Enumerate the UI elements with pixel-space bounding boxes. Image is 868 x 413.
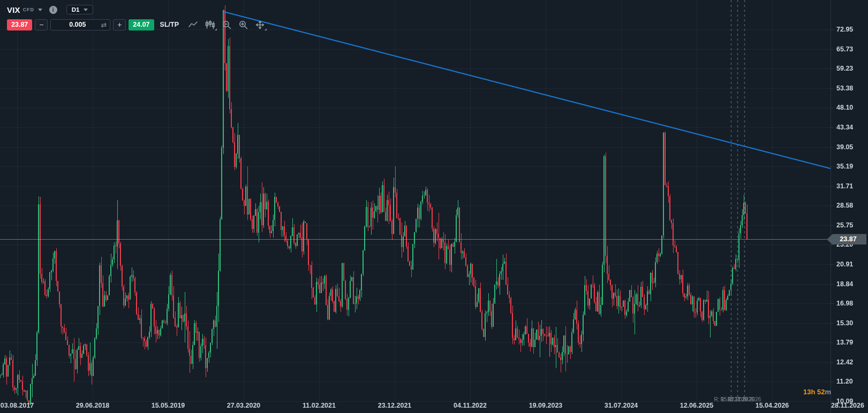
buy-price-button[interactable]: 24.07	[129, 19, 154, 30]
price-tick-label: 16.98	[836, 300, 853, 307]
trading-chart-window: 72.9565.7359.2353.3848.1043.3439.0535.19…	[0, 0, 868, 413]
quantity-field[interactable]: 0.005 ⇄	[50, 19, 110, 30]
current-price-value: 23.87	[840, 235, 856, 243]
price-tick-label: 25.75	[836, 221, 853, 229]
swap-units-icon[interactable]: ⇄	[101, 21, 107, 28]
instrument-row: VIX CFD i D1	[7, 4, 265, 15]
zoom-in-icon[interactable]	[238, 20, 248, 29]
timeframe-label: D1	[72, 6, 80, 13]
session-countdown: 13h 52m	[803, 388, 831, 396]
timeframe-selector[interactable]: D1	[66, 5, 94, 14]
price-tick-label: 18.84	[836, 280, 853, 288]
date-tick-label: 03.08.2017	[1, 402, 34, 409]
quantity-increase-button[interactable]: +	[113, 19, 126, 30]
countdown-text: m	[825, 388, 831, 396]
price-tick-label: 43.34	[836, 124, 853, 131]
date-tick-label: 29.06.2018	[76, 402, 110, 409]
price-tick-label: 13.79	[836, 339, 853, 346]
date-tick-label: 31.07.2024	[605, 402, 638, 409]
price-tick-label: 72.95	[836, 26, 853, 33]
current-price-tag: 23.87	[827, 234, 866, 244]
price-tick-label: 11.20	[836, 378, 853, 385]
sltp-button[interactable]: SL/TP	[160, 21, 179, 28]
price-tick-label: 12.42	[836, 358, 853, 366]
date-tick-label: 15.04.2026	[756, 402, 789, 409]
price-tick-label: 65.73	[836, 45, 853, 53]
pan-move-icon[interactable]	[255, 20, 265, 29]
countdown-text: 13h 52	[803, 388, 825, 396]
symbol-name[interactable]: VIX	[7, 5, 20, 14]
date-tick-label: 15.05.2019	[152, 402, 185, 409]
price-tick-label: 39.05	[836, 143, 853, 151]
date-tick-label: 12.06.2025	[680, 402, 714, 409]
zoom-out-icon[interactable]	[222, 20, 232, 29]
sell-price-button[interactable]: 23.87	[7, 19, 32, 30]
price-tick-label: 15.30	[836, 319, 853, 327]
info-icon[interactable]: i	[49, 6, 57, 14]
date-tick-label: 28.11.2026	[831, 402, 864, 409]
price-tick-label: 59.23	[836, 65, 853, 72]
timeframe-caret-icon	[84, 9, 88, 11]
price-tick-label: 20.91	[836, 261, 853, 268]
date-tick-label: 04.11.2022	[454, 402, 487, 409]
order-panel: 23.87 − 0.005 ⇄ + 24.07 SL/TP	[7, 19, 265, 30]
price-tick-label: 53.38	[836, 85, 853, 92]
date-tick-label: 27.03.2020	[227, 402, 261, 409]
date-tick-label: 23.12.2021	[378, 402, 412, 409]
price-tick-label: 28.58	[836, 202, 853, 209]
price-tick-label: 31.71	[836, 182, 853, 190]
top-toolbar: VIX CFD i D1 23.87 − 0.005 ⇄ + 24.07 SL/…	[7, 4, 265, 30]
candlestick-canvas[interactable]	[0, 0, 868, 413]
line-chart-icon[interactable]	[188, 20, 199, 29]
quantity-value[interactable]: 0.005	[54, 21, 101, 28]
price-tick-label: 35.19	[836, 163, 853, 170]
price-tick-label: 48.10	[836, 104, 853, 111]
candlestick-chart-icon[interactable]	[205, 20, 215, 29]
date-tick-label: 11.02.2021	[303, 402, 336, 409]
quantity-decrease-button[interactable]: −	[35, 19, 48, 30]
date-tick-label: 19.09.2023	[529, 402, 563, 409]
instrument-type-label: CFD	[23, 7, 34, 12]
symbol-dropdown-caret-icon[interactable]	[38, 9, 42, 11]
